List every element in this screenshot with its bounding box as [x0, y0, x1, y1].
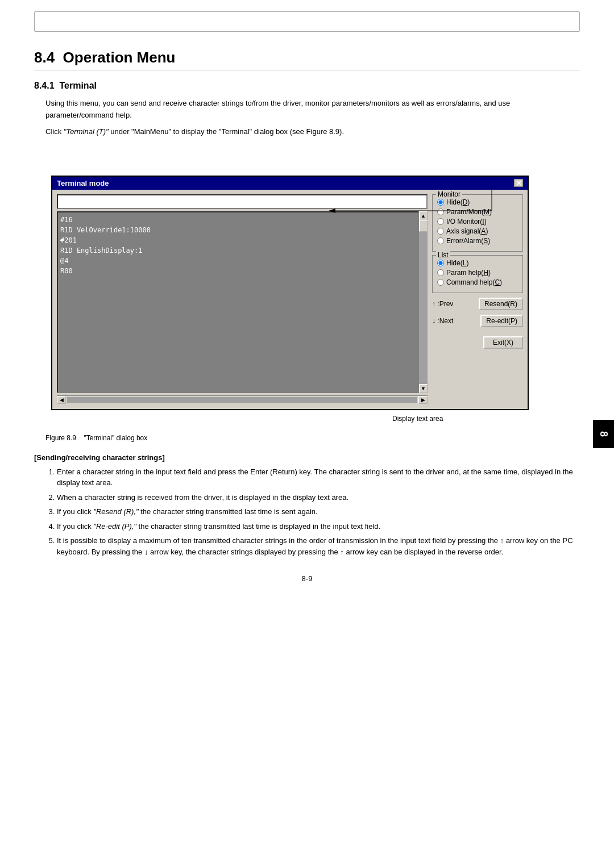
list-param-label: Param help(H): [446, 269, 491, 277]
monitor-group-title: Monitor: [436, 190, 462, 198]
input-text-field[interactable]: [57, 194, 428, 209]
subsection-title: 8.4.1 Terminal: [34, 81, 580, 91]
list-item: If you click "Resend (R)," the character…: [57, 506, 580, 518]
list-hide-label: Hide(L): [446, 259, 468, 267]
monitor-axis-label: Axis signal(A): [446, 227, 488, 235]
diagram-container: Input text field Terminal mode ✕: [51, 176, 563, 423]
monitor-axis-radio[interactable]: Axis signal(A): [437, 227, 518, 235]
terminal-titlebar: Terminal mode ✕: [52, 177, 528, 190]
list-group: List Hide(L) Param help(H) Command help(…: [432, 255, 523, 293]
display-area-label: Display text area: [51, 415, 563, 423]
monitor-hide-label: Hide(D): [446, 198, 470, 206]
terminal-right-panel: Monitor Hide(D) Param/Mon(M) I/O Monitor…: [432, 194, 523, 404]
scroll-down-btn[interactable]: ▼: [419, 384, 428, 393]
scroll-up-btn[interactable]: ▲: [419, 211, 428, 220]
next-label: ↓ :Next: [432, 317, 453, 325]
section-title: 8.4 Operation Menu: [34, 49, 580, 70]
h-scroll-track[interactable]: [67, 397, 417, 403]
exit-row: Exit(X): [432, 336, 523, 349]
subsection-name: Terminal: [59, 81, 97, 90]
chapter-tab: 8: [593, 420, 614, 448]
monitor-error-radio[interactable]: Error/Alarm(S): [437, 237, 518, 245]
h-scroll-right-btn[interactable]: ▶: [418, 396, 428, 404]
list-item: When a character string is received from…: [57, 492, 580, 503]
scroll-track[interactable]: [419, 220, 428, 384]
monitor-io-input[interactable]: [437, 218, 444, 225]
terminal-body: #16 R1D VelOverride1:10000 #201 R1D Engl…: [52, 190, 528, 409]
sending-list: Enter a character string in the input te…: [57, 466, 580, 558]
section-number: 8.4: [34, 49, 55, 66]
monitor-error-label: Error/Alarm(S): [446, 237, 490, 245]
monitor-param-radio[interactable]: Param/Mon(M): [437, 208, 518, 216]
horizontal-scrollbar[interactable]: ◀ ▶: [57, 395, 428, 404]
top-bar: [34, 11, 580, 32]
figure-caption: Figure 8.9 "Terminal" dialog box: [45, 434, 580, 442]
display-text-area: #16 R1D VelOverride1:10000 #201 R1D Engl…: [57, 211, 428, 393]
display-text-content: #16 R1D VelOverride1:10000 #201 R1D Engl…: [60, 215, 416, 276]
list-param-radio[interactable]: Param help(H): [437, 269, 518, 277]
list-command-radio[interactable]: Command help(C): [437, 278, 518, 286]
display-area-wrapper: #16 R1D VelOverride1:10000 #201 R1D Engl…: [57, 211, 428, 393]
list-group-title: List: [436, 251, 450, 259]
list-hide-input[interactable]: [437, 260, 444, 266]
list-item: Enter a character string in the input te…: [57, 466, 580, 489]
re-edit-button[interactable]: Re-edit(P): [480, 315, 523, 327]
sending-heading: [Sending/receiving character strings]: [34, 453, 580, 462]
list-item: If you click "Re-edit (P)," the characte…: [57, 521, 580, 532]
list-param-input[interactable]: [437, 269, 444, 276]
monitor-hide-input[interactable]: [437, 199, 444, 206]
list-command-input[interactable]: [437, 279, 444, 286]
sending-section: [Sending/receiving character strings] En…: [34, 453, 580, 558]
dialog-title: Terminal mode: [57, 179, 109, 187]
click-instruction: Click "Terminal (T)" under "MainMenu" to…: [45, 127, 580, 136]
monitor-param-label: Param/Mon(M): [446, 208, 492, 216]
resend-button[interactable]: Resend(R): [479, 298, 523, 310]
monitor-io-label: I/O Monitor(I): [446, 218, 487, 226]
list-command-label: Command help(C): [446, 278, 502, 286]
h-scroll-left-btn[interactable]: ◀: [57, 396, 66, 404]
subsection-number: 8.4.1: [34, 81, 55, 90]
terminal-dialog: Terminal mode ✕ #16 R1D VelOverride1:100…: [51, 176, 529, 410]
monitor-io-radio[interactable]: I/O Monitor(I): [437, 218, 518, 226]
next-reedit-row: ↓ :Next Re-edit(P): [432, 315, 523, 327]
scroll-thumb[interactable]: [419, 220, 428, 232]
page-number: 8-9: [34, 574, 580, 583]
monitor-hide-radio[interactable]: Hide(D): [437, 198, 518, 206]
monitor-axis-input[interactable]: [437, 228, 444, 235]
close-button[interactable]: ✕: [514, 179, 523, 187]
list-item: It is possible to display a maximum of t…: [57, 535, 580, 557]
vertical-scrollbar[interactable]: ▲ ▼: [418, 211, 428, 393]
monitor-error-input[interactable]: [437, 237, 444, 244]
exit-button[interactable]: Exit(X): [483, 336, 523, 349]
prev-resend-row: ↑ :Prev Resend(R): [432, 298, 523, 310]
terminal-main: #16 R1D VelOverride1:10000 #201 R1D Engl…: [57, 194, 428, 404]
prev-label: ↑ :Prev: [432, 300, 453, 308]
list-hide-radio[interactable]: Hide(L): [437, 259, 518, 267]
monitor-param-input[interactable]: [437, 208, 444, 215]
monitor-group: Monitor Hide(D) Param/Mon(M) I/O Monitor…: [432, 194, 523, 252]
section-name: Operation Menu: [63, 49, 176, 66]
body-text: Using this menu, you can send and receiv…: [45, 98, 580, 122]
